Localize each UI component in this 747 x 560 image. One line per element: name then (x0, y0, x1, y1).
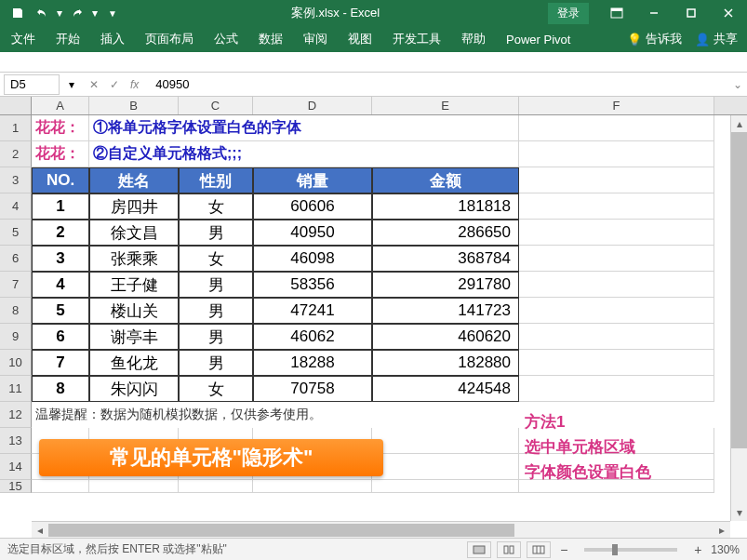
cell-amt[interactable]: 141723 (372, 298, 519, 324)
redo-dropdown[interactable]: ▾ (91, 9, 99, 17)
cell-qty[interactable]: 70758 (253, 376, 372, 402)
tab-help[interactable]: 帮助 (460, 27, 487, 51)
footer-note[interactable]: 温馨提醒：数据为随机模拟数据，仅供参考使用。 (32, 402, 519, 428)
tab-home[interactable]: 开始 (54, 27, 82, 51)
cell-name[interactable]: 王子健 (89, 272, 179, 298)
cell-no[interactable]: 1 (32, 193, 89, 220)
view-page-break-button[interactable] (527, 541, 551, 558)
cell-qty[interactable]: 18288 (253, 350, 372, 376)
ribbon-options-button[interactable] (598, 0, 635, 26)
view-page-layout-button[interactable] (497, 541, 521, 558)
row-header[interactable]: 7 (0, 272, 32, 298)
cell-amt[interactable]: 424548 (372, 376, 519, 402)
vscroll-thumb[interactable] (731, 132, 747, 448)
cell-qty[interactable]: 58356 (253, 272, 372, 298)
cell-qty[interactable]: 46062 (253, 324, 372, 350)
row-header[interactable]: 6 (0, 246, 32, 272)
row-header[interactable]: 2 (0, 141, 32, 167)
cell-amt[interactable]: 291780 (372, 272, 519, 298)
tab-insert[interactable]: 插入 (99, 27, 127, 51)
undo-dropdown[interactable]: ▾ (56, 9, 63, 17)
cell-b2[interactable]: ②自定义单元格格式;;; (89, 141, 179, 167)
cell-name[interactable]: 张乘乘 (89, 246, 179, 272)
cancel-formula-icon[interactable]: ✕ (89, 78, 99, 91)
th-name[interactable]: 姓名 (89, 167, 179, 193)
cell-qty[interactable]: 60606 (253, 193, 372, 220)
share-button[interactable]: 👤共享 (695, 31, 738, 47)
tab-file[interactable]: 文件 (9, 27, 37, 51)
cell-no[interactable]: 2 (32, 220, 89, 246)
row-header[interactable]: 11 (0, 376, 32, 402)
tab-view[interactable]: 视图 (346, 27, 374, 51)
hscroll-thumb[interactable] (48, 524, 514, 537)
cell-b1[interactable]: ①将单元格字体设置白色的字体 (89, 115, 179, 141)
minimize-button[interactable] (635, 0, 673, 26)
th-no[interactable]: NO. (32, 167, 89, 193)
tab-layout[interactable]: 页面布局 (143, 27, 195, 51)
cell-name[interactable]: 朱闪闪 (89, 376, 179, 402)
tab-formulas[interactable]: 公式 (212, 27, 240, 51)
zoom-handle[interactable] (612, 544, 618, 555)
save-button[interactable] (7, 3, 28, 23)
col-header-f[interactable]: F (519, 97, 714, 114)
cell-amt[interactable]: 286650 (372, 220, 519, 246)
select-all-corner[interactable] (0, 97, 32, 114)
zoom-out-button[interactable]: − (556, 542, 571, 557)
scroll-down-icon[interactable]: ▾ (731, 504, 747, 521)
th-amt[interactable]: 金额 (372, 167, 519, 193)
cell-name[interactable]: 谢亭丰 (89, 324, 179, 350)
vertical-scrollbar[interactable]: ▴ ▾ (730, 115, 747, 521)
insert-function-icon[interactable]: fx (130, 78, 139, 91)
zoom-level[interactable]: 130% (711, 543, 740, 556)
scroll-up-icon[interactable]: ▴ (731, 115, 747, 132)
tell-me[interactable]: 💡告诉我 (627, 31, 682, 47)
cell-amt[interactable]: 181818 (372, 193, 519, 220)
cell-sex[interactable]: 男 (179, 298, 253, 324)
row-header[interactable]: 9 (0, 324, 32, 350)
qat-customize[interactable]: ▼ (102, 3, 123, 23)
row-header[interactable]: 3 (0, 167, 32, 193)
cell-name[interactable]: 楼山关 (89, 298, 179, 324)
cell-a1[interactable]: 花花： (32, 115, 89, 141)
login-button[interactable]: 登录 (548, 3, 589, 24)
undo-button[interactable] (32, 3, 52, 23)
zoom-in-button[interactable]: + (690, 542, 705, 557)
cell-no[interactable]: 3 (32, 246, 89, 272)
zoom-slider[interactable] (584, 548, 677, 552)
col-header-d[interactable]: D (253, 97, 372, 114)
col-header-b[interactable]: B (89, 97, 179, 114)
cell-qty[interactable]: 46098 (253, 246, 372, 272)
cell-no[interactable]: 8 (32, 376, 89, 402)
row-header[interactable]: 1 (0, 115, 32, 141)
cell-amt[interactable]: 460620 (372, 324, 519, 350)
name-box-dropdown[interactable]: ▾ (63, 78, 80, 91)
close-button[interactable] (710, 0, 747, 26)
enter-formula-icon[interactable]: ✓ (110, 78, 119, 91)
cell-name[interactable]: 鱼化龙 (89, 350, 179, 376)
cell-sex[interactable]: 男 (179, 220, 253, 246)
tab-powerpivot[interactable]: Power Pivot (504, 29, 572, 50)
cell-name[interactable]: 徐文昌 (89, 220, 179, 246)
row-header[interactable]: 8 (0, 298, 32, 324)
name-box[interactable]: D5 (4, 74, 60, 95)
row-header[interactable]: 12 (0, 402, 32, 428)
scroll-left-icon[interactable]: ◂ (32, 522, 48, 539)
cell-amt[interactable]: 182880 (372, 350, 519, 376)
cell-name[interactable]: 房四井 (89, 193, 179, 220)
view-normal-button[interactable] (467, 541, 491, 558)
row-header[interactable]: 10 (0, 350, 32, 376)
cell-sex[interactable]: 男 (179, 272, 253, 298)
cell-no[interactable]: 4 (32, 272, 89, 298)
th-sex[interactable]: 性别 (179, 167, 253, 193)
tab-data[interactable]: 数据 (257, 27, 285, 51)
scroll-right-icon[interactable]: ▸ (714, 522, 730, 539)
cell-amt[interactable]: 368784 (372, 246, 519, 272)
col-header-c[interactable]: C (179, 97, 253, 114)
tab-review[interactable]: 审阅 (301, 27, 329, 51)
tab-developer[interactable]: 开发工具 (391, 27, 443, 51)
cell-sex[interactable]: 女 (179, 246, 253, 272)
col-header-a[interactable]: A (32, 97, 89, 114)
cell-sex[interactable]: 女 (179, 193, 253, 220)
cell-no[interactable]: 6 (32, 324, 89, 350)
formula-input[interactable]: 40950 (148, 77, 728, 91)
